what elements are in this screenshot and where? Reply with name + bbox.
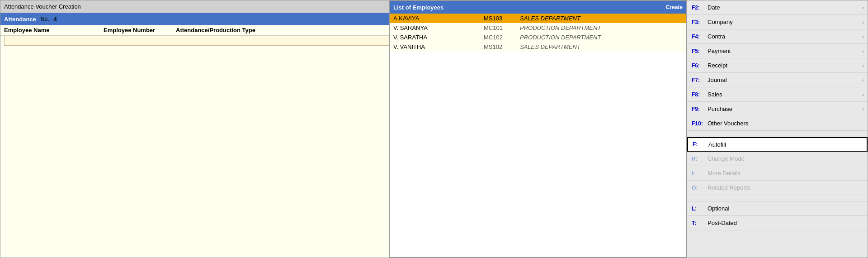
col-employee-name-header: Employee Name (4, 27, 104, 33)
employee-list-item[interactable]: V. SARANYA MC101 PRODUCTION DEPARTMENT (390, 23, 686, 33)
sidebar-arrow: ‹ (862, 63, 864, 68)
main-window: Attendance Voucher Creation ABD Company … (0, 0, 868, 258)
sidebar-key: F: (693, 141, 708, 148)
sidebar-label: Autofill (708, 141, 726, 148)
create-label[interactable]: Create (666, 4, 683, 10)
employee-panel-title: List of Employees (393, 4, 443, 11)
sidebar-item-date[interactable]: F2: Date ‹ (687, 0, 868, 15)
sidebar-arrow: ‹ (862, 77, 864, 83)
emp-dept: PRODUCTION DEPARTMENT (520, 34, 683, 41)
sidebar-key: F3: (692, 19, 708, 25)
sidebar-label: Change Mode (708, 155, 745, 162)
employee-list-item[interactable]: V. VANITHA MS102 SALES DEPARTMENT (390, 42, 686, 52)
sidebar-key: F4: (692, 33, 708, 40)
emp-name: V. SARATHA (393, 34, 484, 41)
emp-name: V. SARANYA (393, 24, 484, 31)
sidebar-arrow: ‹ (862, 5, 864, 10)
sidebar-arrow: ‹ (862, 19, 864, 25)
sidebar-label: Date (708, 4, 720, 11)
emp-dept: SALES DEPARTMENT (520, 15, 683, 22)
sidebar-key: F9: (692, 106, 708, 112)
sidebar-label: Other Vouchers (708, 120, 748, 127)
voucher-no-value: 4 (53, 16, 57, 23)
sidebar-divider (687, 195, 868, 201)
sidebar-item-purchase[interactable]: F9: Purchase ‹ (687, 102, 868, 116)
emp-code: MC101 (484, 24, 520, 31)
sidebar-item-receipt[interactable]: F6: Receipt ‹ (687, 58, 868, 73)
sidebar-item-payment[interactable]: F5: Payment ‹ (687, 44, 868, 58)
sidebar-label: Receipt (708, 62, 727, 69)
sidebar-label: Purchase (708, 105, 732, 112)
sidebar-key: I: (692, 170, 708, 177)
sidebar-divider (687, 131, 868, 137)
voucher-type-label: Attendance (4, 16, 36, 23)
window-title: Attendance Voucher Creation (4, 3, 81, 10)
sidebar-item-related-reports: O: Related Reports (687, 181, 868, 195)
sidebar-item-autofill[interactable]: F: Autofill (687, 137, 868, 152)
sidebar-key: F7: (692, 77, 708, 83)
employee-list-item[interactable]: V. SARATHA MC102 PRODUCTION DEPARTMENT (390, 33, 686, 42)
sidebar-key: L: (692, 205, 708, 212)
sidebar-label: Payment (708, 48, 731, 54)
emp-code: MS103 (484, 15, 520, 22)
employee-list-item[interactable]: A.KAVIYA MS103 SALES DEPARTMENT (390, 14, 686, 23)
sidebar-arrow: ‹ (862, 106, 864, 112)
employee-list: A.KAVIYA MS103 SALES DEPARTMENT V. SARAN… (390, 14, 686, 52)
sidebar-key: F5: (692, 48, 708, 54)
sidebar-item-other-vouchers[interactable]: F10: Other Vouchers (687, 116, 868, 131)
sidebar-label: Post-Dated (708, 220, 737, 226)
sidebar-item-contra[interactable]: F4: Contra ‹ (687, 29, 868, 44)
sidebar-item-company[interactable]: F3: Company ‹ (687, 15, 868, 29)
sidebar-item-post-dated[interactable]: T: Post-Dated (687, 216, 868, 230)
sidebar-label: Contra (708, 33, 725, 40)
sidebar-item-optional[interactable]: L: Optional (687, 201, 868, 216)
sidebar-key: F2: (692, 5, 708, 11)
col-employee-number-header: Employee Number (104, 27, 176, 33)
sidebar-item-more-details: I: More Details (687, 166, 868, 181)
voucher-no-label: No. (41, 16, 49, 22)
sidebar-label: More Details (708, 170, 741, 177)
emp-code: MC102 (484, 34, 520, 41)
sidebar-key: F6: (692, 62, 708, 69)
employee-panel: List of Employees Create A.KAVIYA MS103 … (389, 0, 687, 258)
emp-name: V. VANITHA (393, 43, 484, 50)
sidebar-key: T: (692, 220, 708, 226)
emp-code: MS102 (484, 43, 520, 50)
sidebar-key: O: (692, 185, 708, 191)
emp-dept: SALES DEPARTMENT (520, 43, 683, 50)
sidebar-label: Journal (708, 76, 727, 83)
sidebar-label: Company (708, 19, 733, 25)
sidebar-label: Optional (708, 205, 729, 212)
sidebar-key: H: (692, 156, 708, 162)
sidebar-label: Related Reports (708, 184, 750, 191)
sidebar-key: F10: (692, 120, 708, 127)
right-sidebar: F2: Date ‹ F3: Company ‹ F4: Contra ‹ F5… (687, 0, 868, 258)
employee-panel-header: List of Employees Create (390, 1, 686, 14)
employee-name-input[interactable] (5, 36, 104, 45)
sidebar-item-change-mode: H: Change Mode (687, 152, 868, 166)
sidebar-item-journal[interactable]: F7: Journal ‹ (687, 73, 868, 87)
emp-dept: PRODUCTION DEPARTMENT (520, 24, 683, 31)
sidebar-item-sales[interactable]: F8: Sales ‹ (687, 87, 868, 102)
sidebar-arrow: ‹ (862, 92, 864, 97)
emp-name: A.KAVIYA (393, 15, 484, 22)
sidebar-arrow: ‹ (862, 34, 864, 39)
sidebar-label: Sales (708, 91, 722, 98)
sidebar-arrow: ‹ (862, 48, 864, 54)
sidebar-key: F8: (692, 91, 708, 98)
